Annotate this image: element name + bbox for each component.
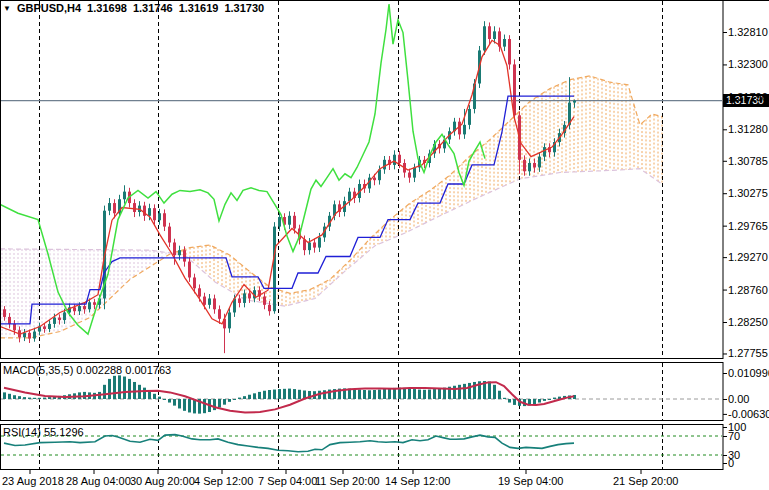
macd-axis-label: -0.006301 [728, 408, 769, 420]
price-axis-label: 1.27755 [728, 347, 768, 359]
price-axis-label: 1.28250 [728, 316, 768, 328]
symbol-period-label: GBPUSD,H4 [17, 2, 81, 14]
macd-histogram [3, 375, 576, 413]
price-axis-label: 1.29765 [728, 220, 768, 232]
time-axis-label: 19 Sep 04:00 [498, 475, 563, 487]
macd-axis-label: 0.00 [728, 393, 749, 405]
macd-axis-label: 0.010996 [728, 367, 769, 379]
time-axis-label: 7 Sep 04:00 [258, 475, 317, 487]
ohlc-high: 1.31746 [133, 2, 173, 14]
price-axis-label: 1.32300 [728, 58, 768, 70]
ohlc-low: 1.31619 [179, 2, 219, 14]
macd-indicator-label: MACD(5,35,5) 0.002288 0.001763 [3, 364, 171, 376]
ohlc-close: 1.31730 [224, 2, 264, 14]
price-axis-label: 1.31790 [728, 91, 768, 103]
time-axis-label: 23 Aug 2018 [2, 475, 64, 487]
ichimoku-lines-layer [0, 4, 574, 334]
price-axis-label: 1.30785 [728, 155, 768, 167]
rsi-indicator-label: RSI(14) 55.1296 [3, 426, 84, 438]
price-axis-label: 1.29270 [728, 251, 768, 263]
price-axis-label: 1.28760 [728, 284, 768, 296]
rsi-axis-label: 0 [728, 457, 734, 469]
rsi-axis-label: 70 [728, 430, 740, 442]
axis-ticks [30, 33, 727, 475]
time-axis-label: 4 Sep 12:00 [194, 475, 253, 487]
time-axis-label: 30 Aug 20:00 [130, 475, 195, 487]
symbol-dropdown-icon[interactable]: ▼ [3, 3, 11, 14]
time-axis-label: 28 Aug 04:00 [66, 475, 131, 487]
time-axis-label: 11 Sep 20:00 [315, 475, 380, 487]
chart-title: ▼ GBPUSD,H4 1.31698 1.31746 1.31619 1.31… [3, 2, 264, 14]
price-axis-label: 1.31280 [728, 123, 768, 135]
rsi-level-lines [1, 436, 722, 455]
time-axis-label: 14 Sep 12:00 [385, 475, 450, 487]
price-axis-label: 1.30275 [728, 187, 768, 199]
price-axis-label: 1.32810 [728, 26, 768, 38]
ohlc-open: 1.31698 [87, 2, 127, 14]
time-axis-label: 21 Sep 20:00 [613, 475, 678, 487]
rsi-line [4, 435, 574, 452]
chart-canvas[interactable] [0, 0, 769, 490]
chart-window: ▼ GBPUSD,H4 1.31698 1.31746 1.31619 1.31… [0, 0, 769, 490]
